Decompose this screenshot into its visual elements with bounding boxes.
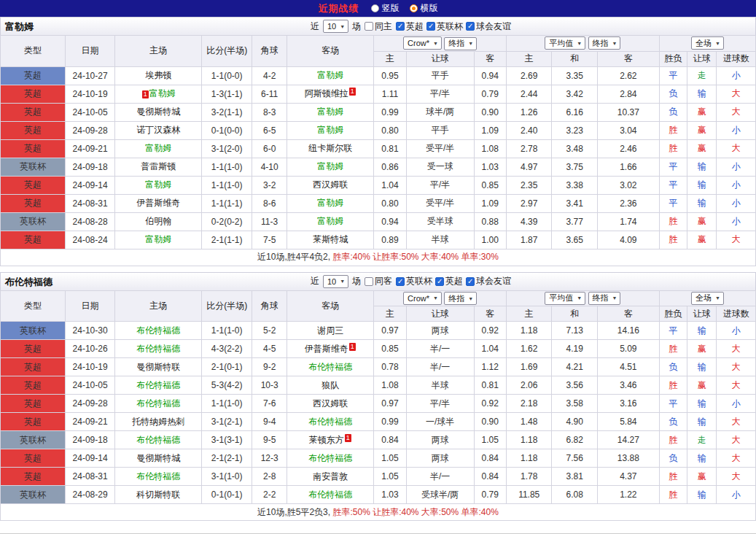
away-team-name[interactable]: 布伦特福德: [308, 490, 352, 500]
eu-home-odds-cell: 2.40: [506, 121, 552, 139]
score-cell: 1-1(1-0): [202, 395, 252, 413]
away-team-name[interactable]: 富勒姆: [317, 161, 343, 171]
scope-select[interactable]: 全场▼: [691, 292, 724, 305]
away-team-name[interactable]: 富勒姆: [317, 125, 343, 135]
radio-button-icon[interactable]: [371, 4, 379, 12]
ah-away-odds-cell: 1.05: [474, 431, 506, 449]
away-team-name[interactable]: 布伦特福德: [308, 362, 352, 372]
home-team-name[interactable]: 布伦特福德: [136, 435, 180, 445]
checkbox-icon[interactable]: ✓: [396, 22, 405, 31]
recent-count-select[interactable]: 10▼: [323, 275, 348, 288]
away-team-name[interactable]: 布伦特福德: [308, 453, 352, 463]
away-team-name[interactable]: 狼队: [322, 380, 339, 390]
home-team-name[interactable]: 富勒姆: [145, 179, 171, 190]
away-team-name[interactable]: 莱顿东方: [309, 435, 344, 445]
home-team-name[interactable]: 埃弗顿: [145, 70, 171, 80]
home-team-name[interactable]: 布伦特福德: [136, 380, 180, 390]
eu-away-odds-cell: 4.51: [598, 358, 660, 376]
same-venue-checkbox[interactable]: [365, 277, 373, 286]
bookmaker-value: Crow*: [408, 294, 429, 303]
recent-label: 近: [311, 275, 319, 287]
odds-time-select[interactable]: 终指▼: [444, 37, 477, 50]
away-team-name[interactable]: 莱斯特城: [313, 234, 348, 244]
home-team-name[interactable]: 布伦特福德: [136, 398, 180, 409]
odds-time-select[interactable]: 终指▼: [444, 292, 477, 305]
same-venue-checkbox[interactable]: [365, 22, 373, 31]
outcome-result-cell: 平: [659, 176, 687, 194]
ah-line-cell: 半/一: [406, 340, 474, 358]
away-team-name[interactable]: 伊普斯维奇: [305, 344, 348, 354]
col-header-ah-away: 客: [474, 306, 506, 322]
eu-draw-odds-cell: 6.82: [552, 431, 598, 449]
home-team-name[interactable]: 科切斯特联: [136, 490, 180, 500]
handicap-result-cell: 输: [687, 322, 717, 340]
checkbox-icon[interactable]: ✓: [466, 22, 475, 31]
league-filter[interactable]: ✓英联杯: [426, 20, 463, 33]
away-team-name[interactable]: 富勒姆: [317, 216, 343, 226]
league-label: 英超: [24, 417, 42, 427]
outcome-result-cell: 胜: [659, 431, 687, 449]
league-label: 英超: [24, 234, 42, 244]
home-team-name[interactable]: 伯明翰: [145, 216, 171, 226]
handicap-result-cell: 赢: [687, 468, 717, 486]
home-team-name[interactable]: 普雷斯顿: [141, 161, 176, 171]
away-team-name[interactable]: 阿斯顿维拉: [305, 88, 348, 98]
corners-cell: 7-6: [252, 395, 287, 413]
checkbox-icon[interactable]: ✓: [396, 277, 405, 286]
bookmaker-select[interactable]: Crow*▼: [403, 36, 442, 50]
home-team-name[interactable]: 布伦特福德: [136, 344, 180, 354]
ah-away-odds-cell: 0.85: [474, 176, 506, 194]
league-filter[interactable]: ✓英超: [435, 275, 463, 287]
away-team-name[interactable]: 布伦特福德: [308, 417, 352, 427]
away-team-cell: 富勒姆: [287, 103, 374, 121]
dropdown-arrow-icon: ▼: [340, 279, 345, 284]
ah-home-odds-cell: 0.80: [374, 194, 406, 212]
away-team-name[interactable]: 南安普敦: [313, 471, 348, 481]
average-odds-select[interactable]: 平均值▼: [545, 36, 585, 50]
home-team-name[interactable]: 曼彻斯特城: [136, 107, 180, 117]
home-team-name[interactable]: 布伦特福德: [136, 471, 180, 481]
home-team-name[interactable]: 诺丁汉森林: [136, 125, 180, 135]
home-team-name[interactable]: 布伦特福德: [136, 325, 180, 336]
ah-line-cell: 平/半: [406, 176, 474, 194]
home-team-cell: 布伦特福德: [115, 468, 202, 486]
home-team-name[interactable]: 富勒姆: [145, 143, 171, 153]
eu-draw-odds-cell: 3.48: [552, 139, 598, 158]
away-team-name[interactable]: 纽卡斯尔联: [308, 143, 352, 153]
euro-time-select[interactable]: 终指▼: [588, 36, 621, 50]
away-team-name[interactable]: 富勒姆: [317, 107, 343, 117]
checkbox-icon[interactable]: ✓: [435, 277, 444, 286]
layout-radio-horizontal[interactable]: 横版: [410, 2, 438, 15]
home-team-name[interactable]: 托特纳姆热刺: [132, 417, 184, 427]
checkbox-icon[interactable]: ✓: [426, 22, 435, 31]
eu-away-odds-cell: 4.37: [598, 468, 660, 486]
same-venue-filter[interactable]: 同主: [365, 20, 392, 33]
recent-count-select[interactable]: 10▼: [323, 20, 348, 33]
layout-radio-vertical[interactable]: 竖版: [371, 2, 400, 15]
league-filter[interactable]: ✓球会友谊: [466, 275, 511, 287]
league-filter[interactable]: ✓球会友谊: [466, 20, 511, 33]
away-team-name[interactable]: 谢周三: [317, 325, 343, 336]
home-team-name[interactable]: 曼彻斯特联: [136, 362, 180, 372]
home-team-name[interactable]: 伊普斯维奇: [136, 198, 180, 208]
away-team-name[interactable]: 西汉姆联: [313, 398, 348, 409]
same-venue-filter[interactable]: 同客: [365, 275, 392, 287]
home-team-name[interactable]: 富勒姆: [149, 88, 176, 98]
home-team-name[interactable]: 曼彻斯特城: [136, 453, 180, 463]
away-team-name[interactable]: 富勒姆: [317, 198, 343, 208]
league-filter[interactable]: ✓英联杯: [396, 275, 432, 287]
average-odds-select[interactable]: 平均值▼: [545, 292, 585, 305]
eu-home-odds-cell: 2.06: [506, 376, 552, 395]
radio-button-icon[interactable]: [410, 4, 418, 12]
league-filter[interactable]: ✓英超: [396, 20, 424, 33]
home-team-name[interactable]: 富勒姆: [145, 234, 171, 244]
euro-time-select[interactable]: 终指▼: [588, 292, 621, 305]
league-type-cell: 英超: [1, 449, 66, 468]
away-team-name[interactable]: 西汉姆联: [313, 179, 348, 190]
scope-select[interactable]: 全场▼: [691, 36, 724, 50]
away-team-name[interactable]: 富勒姆: [317, 70, 343, 80]
handicap-result-cell: 赢: [687, 139, 717, 158]
eu-home-odds-cell: 1.87: [506, 231, 552, 249]
checkbox-icon[interactable]: ✓: [466, 277, 475, 286]
bookmaker-select[interactable]: Crow*▼: [403, 292, 442, 305]
